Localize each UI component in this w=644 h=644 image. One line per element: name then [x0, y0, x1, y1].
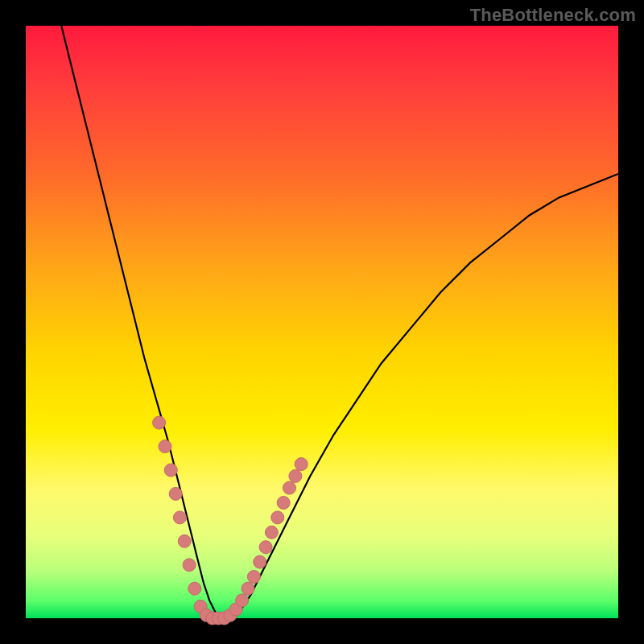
highlight-dot	[247, 571, 260, 584]
highlight-dot	[242, 582, 254, 595]
highlight-dot	[254, 555, 266, 568]
watermark-text: TheBottleneck.com	[470, 5, 636, 26]
highlight-dot	[277, 497, 290, 510]
highlight-dot	[159, 440, 171, 453]
highlight-dot	[178, 535, 191, 547]
chart-svg	[26, 26, 618, 618]
bottleneck-curve	[61, 26, 618, 618]
highlight-dot	[283, 481, 296, 494]
highlight-dot	[164, 464, 177, 477]
highlight-dot	[259, 541, 272, 554]
highlight-dot	[173, 511, 186, 524]
highlight-dot	[183, 559, 196, 572]
chart-frame: TheBottleneck.com	[0, 0, 644, 644]
highlight-dot	[265, 526, 278, 539]
highlight-dot	[271, 511, 284, 524]
highlight-dot	[236, 594, 249, 607]
highlight-dot	[295, 458, 308, 471]
highlight-dot	[188, 582, 201, 595]
highlight-dot	[153, 416, 166, 429]
highlight-dot	[289, 469, 302, 482]
highlight-dots	[153, 416, 308, 625]
highlight-dot	[169, 487, 182, 500]
